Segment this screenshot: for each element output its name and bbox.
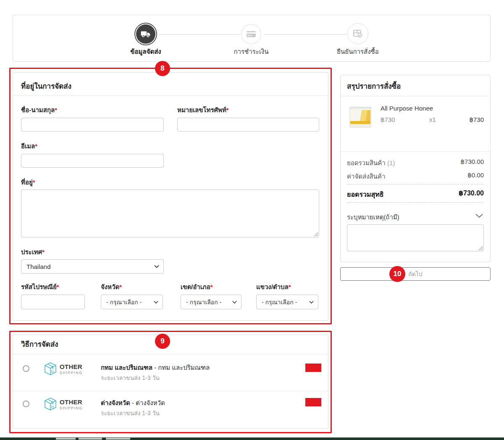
subdistrict-label: แขวง/ตำบล* (256, 282, 291, 292)
step-label-shipping-info: ข้อมูลจัดส่ง (116, 47, 175, 57)
shipping-option-title: กทม และปริมณฑล - กทม และปริมณฑล (101, 363, 210, 373)
divider (13, 95, 328, 96)
required-asterisk: * (35, 142, 37, 150)
next-button[interactable]: ถัดไป (340, 267, 491, 281)
dashed-divider (347, 202, 484, 203)
shipping-option-radio[interactable] (23, 365, 29, 372)
annotation-badge-8: 8 (155, 61, 170, 76)
other-shipping-logo: OTHER SHIPPING (60, 364, 83, 375)
divider (341, 96, 490, 96)
net-total-label: ยอดรวมสุทธิ (347, 189, 384, 200)
stepper-connector (264, 34, 347, 35)
product-image (347, 105, 374, 129)
postcode-field[interactable] (21, 295, 85, 309)
credit-card-icon (246, 29, 257, 40)
can-bottom (350, 124, 370, 126)
product-qty: x1 (420, 116, 445, 123)
country-select-value: Thailand (26, 263, 51, 270)
can-label (350, 110, 370, 121)
redacted-price-block (305, 364, 321, 372)
address-label: ที่อยู่* (21, 177, 35, 187)
product-name: All Purpose Honee (381, 105, 433, 112)
name-field[interactable] (21, 118, 164, 132)
district-label: เขต/อำเภอ* (181, 282, 213, 292)
order-note-label: ระบุหมายเหตุ(ถ้ามี) (347, 212, 399, 222)
email-field[interactable] (21, 154, 164, 168)
province-label: จังหวัด* (101, 282, 122, 292)
address-form-title: ที่อยู่ในการจัดส่ง (21, 80, 71, 92)
subdistrict-select-value: - กรุณาเลือก - (262, 298, 297, 307)
shipping-option-row[interactable]: OTHER SHIPPING กทม และปริมณฑล - กทม และป… (13, 354, 328, 391)
carrier-subname: SHIPPING (60, 406, 83, 410)
required-asterisk: * (289, 283, 291, 290)
stepper-connector (159, 34, 240, 35)
annotation-badge-10: 10 (389, 266, 405, 282)
shipping-option-row[interactable]: OTHER SHIPPING ต่างจังหวัด - ต่างจังหวัด… (13, 391, 328, 428)
chevron-down-icon (154, 300, 158, 304)
country-select[interactable]: Thailand (21, 259, 164, 274)
province-select-value: - กรุณาเลือก - (106, 298, 142, 307)
item-count: (1) (387, 159, 395, 166)
checkout-page: ข้อมูลจัดส่ง การชำระเงิน ยืนยันการสั่งซื… (0, 0, 504, 440)
email-label: อีเมล* (21, 141, 37, 151)
shipping-fee-value: ฿0.00 (421, 171, 484, 179)
can-band (350, 121, 370, 124)
required-asterisk: * (210, 283, 213, 290)
step-confirm-order (347, 23, 368, 44)
step-payment (241, 24, 261, 44)
step-label-payment: การชำระเงิน (222, 47, 281, 57)
truck-icon (140, 29, 151, 40)
other-shipping-cube-icon (43, 397, 58, 414)
shipping-option-title: ต่างจังหวัด - ต่างจังหวัด (101, 398, 165, 408)
country-label: ประเทศ* (21, 247, 45, 257)
order-note-textarea[interactable] (347, 224, 484, 251)
phone-field[interactable] (177, 118, 319, 132)
subtotal-label: ยอดรวมสินค้า (1) (347, 158, 395, 168)
footer-bar (0, 437, 504, 440)
required-asterisk: * (57, 283, 59, 290)
other-shipping-cube-icon (43, 361, 58, 378)
step-shipping-info (136, 24, 155, 44)
district-select-value: - กรุณาเลือก - (186, 298, 221, 307)
order-note-textarea-wrap (347, 224, 484, 251)
order-summary-title: สรุปรายการสั่งซื้อ (347, 80, 401, 92)
required-asterisk: * (119, 283, 122, 290)
carrier-subname: SHIPPING (60, 371, 83, 375)
required-asterisk: * (55, 106, 57, 113)
step-label-confirm-order: ยืนยันการสั่งซื้อ (322, 47, 394, 57)
redacted-price-block (305, 398, 321, 406)
phone-label: หมายเลขโทรศัพท์* (177, 105, 229, 115)
required-asterisk: * (33, 179, 35, 186)
chevron-down-icon[interactable] (475, 213, 483, 218)
package-check-icon (352, 28, 364, 40)
shipping-option-radio[interactable] (23, 400, 29, 407)
required-asterisk: * (226, 106, 229, 113)
shipping-option-duration: ระยะเวลาขนส่ง 1-3 วัน (101, 373, 160, 382)
next-button-label: ถัดไป (408, 271, 423, 277)
province-select[interactable]: - กรุณาเลือก - (101, 295, 163, 309)
dashed-divider (347, 184, 484, 184)
net-total-value: ฿730.00 (421, 189, 484, 197)
address-textarea[interactable] (21, 190, 319, 237)
address-textarea-wrap (21, 190, 319, 237)
chevron-down-icon (154, 265, 159, 268)
divider (341, 151, 490, 152)
product-price: ฿730 (381, 116, 395, 124)
shipping-option-duration: ระยะเวลาขนส่ง 1-3 วัน (101, 408, 160, 418)
chevron-down-icon (232, 300, 237, 304)
name-label: ชื่อ-นามสกุล* (21, 105, 57, 115)
footer-segment (79, 438, 102, 440)
shipping-fee-label: ค่าจัดส่งสินค้า (347, 171, 385, 182)
footer-segment (56, 438, 76, 440)
postcode-label: รหัสไปรษณีย์* (21, 282, 59, 292)
annotation-badge-9: 9 (155, 334, 170, 349)
carrier-name: OTHER (60, 364, 83, 370)
footer-segment (106, 438, 130, 440)
product-line-total: ฿730 (445, 116, 484, 124)
carrier-name: OTHER (60, 399, 83, 405)
other-shipping-logo: OTHER SHIPPING (60, 399, 83, 410)
subdistrict-select[interactable]: - กรุณาเลือก - (256, 295, 318, 309)
shipping-methods-title: วิธีการจัดส่ง (21, 338, 58, 350)
subtotal-value: ฿730.00 (421, 158, 484, 166)
district-select[interactable]: - กรุณาเลือก - (181, 295, 242, 309)
